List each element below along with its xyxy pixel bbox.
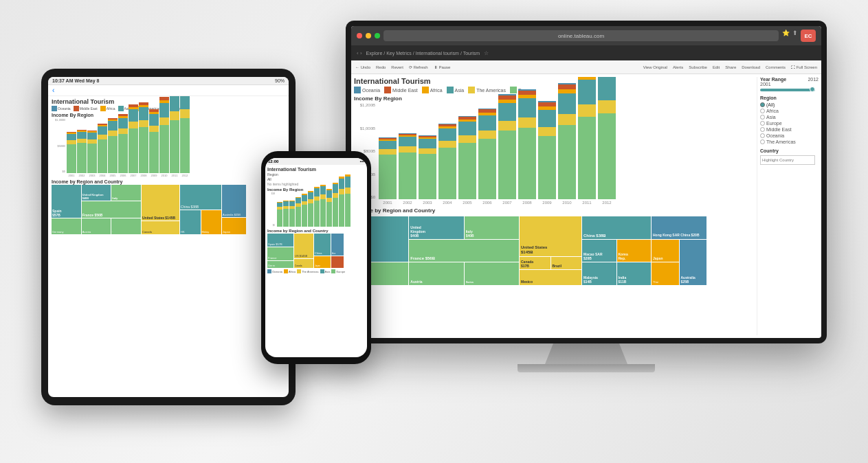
pb-2001[interactable] (277, 202, 282, 227)
treemap-japan[interactable]: Japan (652, 240, 679, 262)
region-middleeast[interactable]: Middle East (760, 127, 819, 132)
user-avatar[interactable]: EC (801, 30, 816, 42)
pt-usa[interactable]: US $145B (294, 234, 313, 258)
bar-2008[interactable] (518, 89, 536, 199)
radio-europe[interactable] (760, 121, 765, 126)
tablet-back-chevron[interactable]: ‹ (52, 87, 54, 94)
pt-misc[interactable] (331, 256, 344, 268)
bar-2002[interactable] (399, 133, 416, 199)
redo-btn[interactable]: Redo (376, 65, 386, 69)
max-dot[interactable] (375, 33, 380, 38)
bar-2011[interactable] (578, 77, 596, 199)
t-bar-2004[interactable] (98, 124, 107, 173)
bar-2006[interactable] (478, 109, 496, 199)
pt-spain[interactable]: Spain $57B (267, 234, 293, 247)
bar-2009[interactable] (538, 101, 556, 199)
t-tm-japan[interactable]: Japan (222, 218, 246, 234)
subscribe-btn[interactable]: Subscribe (689, 65, 707, 69)
pb-2005[interactable] (302, 194, 307, 227)
t-tm-germany[interactable]: Germany (52, 218, 81, 234)
t-tm-uk[interactable]: United Kingdom $40B (82, 185, 111, 201)
treemap-austria[interactable]: Austria (409, 262, 463, 285)
t-tm-australia[interactable]: Australia $25B (222, 185, 246, 217)
comments-btn[interactable]: Comments (766, 65, 786, 69)
view-original-btn[interactable]: View Original (643, 65, 667, 69)
share-icon[interactable]: ⬆ (792, 30, 798, 42)
nav-back-icon[interactable]: ‹ › (357, 50, 362, 56)
treemap-malaysia[interactable]: Malaysia$14B (582, 262, 616, 285)
treemap-australia[interactable]: Australia$25B (680, 240, 707, 285)
t-bar-2006[interactable] (118, 114, 128, 173)
treemap-india[interactable]: India$11B (617, 262, 652, 285)
t-tm-usa[interactable]: United States $145B (142, 185, 179, 221)
treemap-brazil[interactable]: Brazil (551, 257, 582, 269)
bar-2001[interactable] (379, 137, 397, 199)
pt-germany[interactable]: Germ (267, 261, 293, 268)
pt-china[interactable]: China (314, 234, 331, 256)
treemap-uk[interactable]: UnitedKingdom$40B (409, 216, 463, 239)
region-americas[interactable]: The Americas (760, 139, 819, 144)
radio-africa[interactable] (760, 109, 765, 113)
slider-handle[interactable] (810, 87, 815, 92)
edit-btn[interactable]: Edit (713, 65, 720, 69)
bar-2010[interactable] (558, 83, 576, 199)
bar-2007[interactable] (498, 94, 516, 199)
close-dot[interactable] (357, 33, 362, 38)
pb-2009[interactable] (326, 189, 332, 227)
bar-2004[interactable] (438, 124, 456, 199)
region-europe[interactable]: Europe (760, 121, 819, 126)
bar-2005[interactable] (458, 116, 476, 199)
download-btn[interactable]: Download (742, 65, 760, 69)
t-bar-2002[interactable] (77, 130, 87, 173)
t-tm-misc[interactable]: · (111, 218, 141, 234)
bookmark-icon[interactable]: ⭐ (782, 30, 790, 42)
radio-americas[interactable] (760, 139, 765, 144)
treemap-canada[interactable]: Canada$17B (520, 257, 550, 269)
year-range-slider[interactable] (760, 89, 815, 91)
region-africa[interactable]: Africa (760, 109, 819, 113)
t-bar-2010[interactable] (159, 97, 169, 173)
t-bar-2001[interactable] (67, 132, 76, 173)
bar-2003[interactable] (419, 135, 436, 199)
pb-2011[interactable] (339, 177, 344, 227)
t-bar-2007[interactable] (129, 104, 138, 173)
pt-japan[interactable]: Japan (314, 256, 331, 268)
treemap-usa[interactable]: United States$145B (520, 216, 581, 256)
t-bar-2009[interactable] (149, 109, 159, 173)
pb-2004[interactable] (296, 197, 301, 227)
t-bar-2003[interactable] (87, 131, 97, 173)
pb-2008[interactable] (320, 185, 326, 227)
url-bar[interactable]: online.tableau.com (383, 30, 779, 41)
pt-canada[interactable]: Canada (294, 259, 313, 268)
pb-2007[interactable] (314, 187, 320, 227)
t-tm-canada[interactable]: Canada (142, 221, 179, 234)
pb-2006[interactable] (308, 191, 313, 227)
treemap-france[interactable]: France $56B (409, 240, 519, 262)
t-tm-spain[interactable]: Spain$57B (52, 185, 81, 218)
country-input[interactable] (760, 155, 815, 165)
treemap-korea[interactable]: KoreaRep. (617, 240, 652, 262)
t-bar-2008[interactable] (139, 102, 148, 173)
radio-oceania[interactable] (760, 133, 765, 138)
radio-all[interactable] (760, 102, 765, 107)
radio-middleeast[interactable] (760, 127, 765, 132)
radio-asia[interactable] (760, 115, 765, 120)
treemap-hongkong[interactable]: Hong Kong SAR China $20B (652, 216, 706, 239)
treemap-switzerland[interactable]: Swiss (465, 262, 519, 285)
pause-btn[interactable]: ⏸ Pause (434, 65, 451, 69)
undo-btn[interactable]: ← Undo (355, 65, 370, 69)
pb-2003[interactable] (289, 201, 295, 227)
t-tm-hk[interactable]: HK (180, 210, 201, 235)
treemap-china[interactable]: China $38B (582, 216, 651, 239)
treemap-thailand[interactable]: Thai (652, 262, 679, 285)
t-bar-2011[interactable] (170, 96, 179, 173)
treemap-mexico[interactable]: Mexico (520, 270, 581, 285)
alerts-btn[interactable]: Alerts (673, 65, 683, 69)
treemap-macao[interactable]: Macao SAR$20B (582, 240, 616, 262)
treemap-italy[interactable]: Italy$40B (465, 216, 519, 239)
share-btn[interactable]: Share (725, 65, 736, 69)
min-dot[interactable] (366, 33, 371, 38)
refresh-btn[interactable]: ⟳ Refresh (409, 65, 428, 69)
pb-2002[interactable] (283, 201, 289, 227)
region-asia[interactable]: Asia (760, 115, 819, 120)
